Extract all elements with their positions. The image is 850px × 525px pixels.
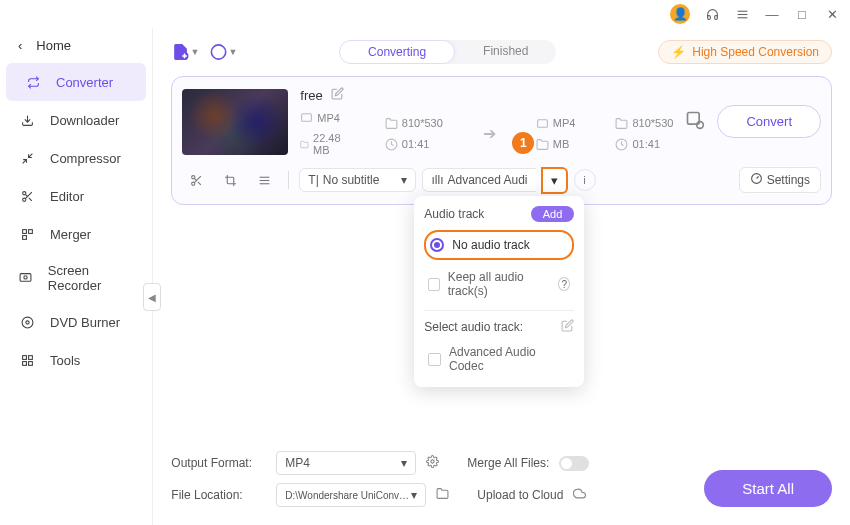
src-res: 810*530 xyxy=(402,117,443,129)
svg-rect-19 xyxy=(28,355,32,359)
file-location-label: File Location: xyxy=(171,488,266,502)
audio-track-popup: Audio track Add No audio track Keep all … xyxy=(414,196,584,387)
output-settings-icon[interactable] xyxy=(685,110,705,133)
merge-toggle[interactable] xyxy=(559,456,589,471)
start-all-button[interactable]: Start All xyxy=(704,470,832,507)
keep-all-option[interactable]: Keep all audio track(s) ? xyxy=(424,266,574,302)
subtitle-value: No subtitle xyxy=(323,173,380,187)
sidebar-item-editor[interactable]: Editor xyxy=(0,177,152,215)
folder-icon[interactable] xyxy=(436,487,449,503)
file-location-dropdown[interactable]: D:\Wondershare UniConverter 1 ▾ xyxy=(276,483,426,507)
svg-rect-18 xyxy=(22,355,26,359)
video-thumbnail[interactable] xyxy=(182,89,288,155)
sidebar-item-downloader[interactable]: Downloader xyxy=(0,101,152,139)
popup-title: Audio track xyxy=(424,207,484,221)
cloud-icon[interactable] xyxy=(573,487,586,503)
checkbox-icon xyxy=(428,278,439,291)
svg-point-23 xyxy=(212,45,226,59)
svg-point-6 xyxy=(22,191,25,194)
svg-point-29 xyxy=(697,122,704,129)
home-nav[interactable]: ‹ Home xyxy=(0,28,152,63)
svg-rect-11 xyxy=(22,229,26,233)
converter-icon xyxy=(24,73,42,91)
download-icon xyxy=(18,111,36,129)
svg-rect-26 xyxy=(537,119,547,127)
svg-rect-20 xyxy=(28,361,32,365)
svg-rect-13 xyxy=(22,235,26,239)
user-avatar[interactable]: 👤 xyxy=(670,4,690,24)
svg-rect-24 xyxy=(302,114,312,122)
nav-label: Tools xyxy=(50,353,80,368)
chevron-down-icon: ▾ xyxy=(401,456,407,470)
output-settings-icon[interactable] xyxy=(426,455,439,471)
convert-button[interactable]: Convert xyxy=(717,105,821,138)
add-track-button[interactable]: Add xyxy=(531,206,575,222)
edit-icon[interactable] xyxy=(561,319,574,335)
settings-label: Settings xyxy=(767,173,810,187)
tab-finished[interactable]: Finished xyxy=(455,40,556,64)
svg-line-5 xyxy=(22,159,26,163)
back-icon: ‹ xyxy=(18,38,22,53)
minimize-button[interactable]: — xyxy=(764,6,780,22)
help-icon[interactable]: ? xyxy=(558,277,570,291)
file-card: free MP4 22.48 MB 810*530 01:41 ➔ xyxy=(171,76,832,205)
aac-label: Advanced Audio Codec xyxy=(449,345,570,373)
headset-icon[interactable] xyxy=(704,6,720,22)
chevron-down-icon: ▾ xyxy=(401,173,407,187)
dst-size: MB xyxy=(553,138,570,150)
sidebar-item-screen-recorder[interactable]: Screen Recorder xyxy=(0,253,152,303)
svg-line-10 xyxy=(25,194,27,196)
maximize-button[interactable]: □ xyxy=(794,6,810,22)
audio-value: Advanced Audi xyxy=(447,173,527,187)
status-tabs: Converting Finished xyxy=(339,40,556,64)
editor-icon xyxy=(18,187,36,205)
audio-dropdown-caret[interactable]: ▾ xyxy=(541,167,568,194)
svg-line-4 xyxy=(28,153,32,157)
file-location-value: D:\Wondershare UniConverter 1 xyxy=(285,490,411,501)
svg-point-16 xyxy=(22,317,33,328)
nav-label: Editor xyxy=(50,189,84,204)
trim-icon[interactable] xyxy=(182,166,210,194)
subtitle-dropdown[interactable]: T| No subtitle ▾ xyxy=(299,168,416,192)
upload-label: Upload to Cloud xyxy=(477,488,563,502)
add-url-button[interactable]: ▼ xyxy=(209,38,237,66)
dst-dur: 01:41 xyxy=(632,138,660,150)
subtitle-icon: T| xyxy=(308,173,318,187)
no-audio-label: No audio track xyxy=(452,238,529,252)
svg-rect-21 xyxy=(22,361,26,365)
chevron-down-icon: ▾ xyxy=(411,488,417,502)
chevron-down-icon: ▾ xyxy=(551,173,558,188)
sidebar-item-dvd-burner[interactable]: DVD Burner xyxy=(0,303,152,341)
no-audio-option[interactable]: No audio track xyxy=(424,230,574,260)
svg-line-9 xyxy=(28,197,31,200)
svg-line-33 xyxy=(198,181,201,184)
audio-dropdown[interactable]: ıllı Advanced Audi xyxy=(422,168,535,192)
hamburger-icon[interactable] xyxy=(734,6,750,22)
disc-icon xyxy=(18,313,36,331)
output-format-dropdown[interactable]: MP4 ▾ xyxy=(276,451,416,475)
close-button[interactable]: ✕ xyxy=(824,6,840,22)
sidebar-item-converter[interactable]: Converter xyxy=(6,63,146,101)
effects-icon[interactable] xyxy=(250,166,278,194)
svg-point-17 xyxy=(25,320,28,323)
crop-icon[interactable] xyxy=(216,166,244,194)
aac-option[interactable]: Advanced Audio Codec xyxy=(424,341,574,377)
info-icon[interactable]: i xyxy=(574,169,596,191)
sidebar-item-tools[interactable]: Tools xyxy=(0,341,152,379)
merger-icon xyxy=(18,225,36,243)
dst-format: MP4 xyxy=(553,117,576,129)
tab-converting[interactable]: Converting xyxy=(339,40,455,64)
sidebar-item-merger[interactable]: Merger xyxy=(0,215,152,253)
home-label: Home xyxy=(36,38,71,53)
settings-button[interactable]: Settings xyxy=(739,167,821,193)
edit-name-icon[interactable] xyxy=(331,87,344,103)
nav-label: Converter xyxy=(56,75,113,90)
dst-res: 810*530 xyxy=(632,117,673,129)
output-format-label: Output Format: xyxy=(171,456,266,470)
sidebar-item-compressor[interactable]: Compressor xyxy=(0,139,152,177)
add-file-button[interactable]: ▼ xyxy=(171,38,199,66)
nav-label: Screen Recorder xyxy=(48,263,134,293)
high-speed-button[interactable]: ⚡ High Speed Conversion xyxy=(658,40,832,64)
svg-point-30 xyxy=(191,175,194,178)
lightning-icon: ⚡ xyxy=(671,45,686,59)
